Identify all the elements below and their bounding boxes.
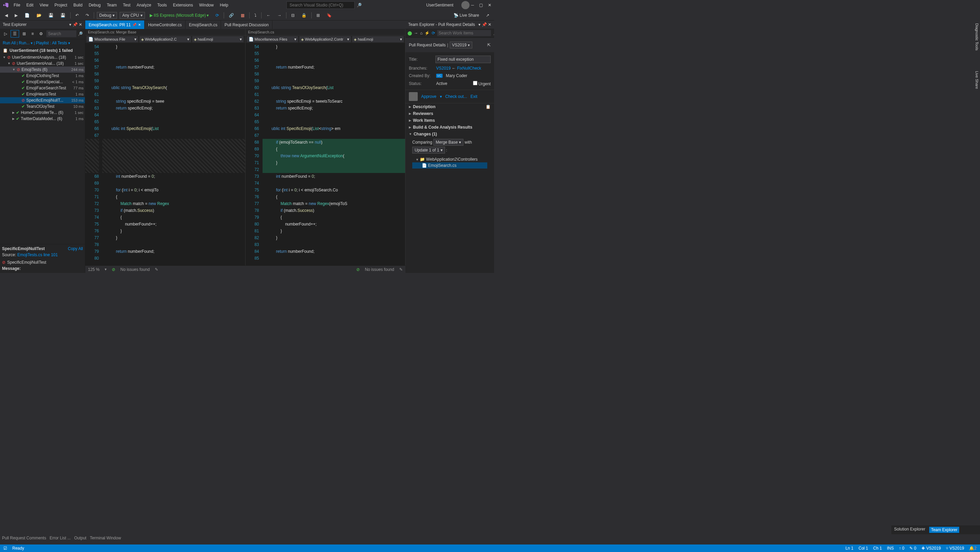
search-go-icon[interactable]: 🔎 (355, 2, 364, 9)
test-node[interactable]: ▶✔HomeControllerTe... (6)1 sec (0, 110, 85, 116)
back-icon[interactable]: ⬤ (407, 31, 412, 35)
nav-dropdown[interactable]: 📄 Miscellaneous File ▾ (87, 36, 138, 42)
search-work-items-input[interactable] (437, 30, 491, 36)
feedback-icon[interactable]: ↗ (484, 12, 492, 19)
group-icon[interactable]: ☰ (11, 30, 19, 38)
lock-icon[interactable]: 🔒 (299, 12, 309, 19)
redo-icon[interactable]: ↷ (84, 12, 91, 19)
menu-extensions[interactable]: Extensions (170, 2, 196, 9)
pr-title-input[interactable] (436, 56, 491, 63)
menu-help[interactable]: Help (217, 2, 231, 9)
windows-icon[interactable]: ⊞ (314, 12, 322, 19)
bookmark-icon[interactable]: 🔖 (325, 12, 334, 19)
avatar[interactable] (461, 1, 469, 9)
browser-link-icon[interactable]: 🔗 (227, 12, 236, 19)
menu-analyze[interactable]: Analyze (134, 2, 154, 9)
nav-dropdown[interactable]: ◈ hasEmoji ▾ (192, 36, 244, 42)
test-node[interactable]: ▼⊘UserSentimentAnalysis... (18)1 sec (0, 54, 85, 61)
menu-team[interactable]: Team (104, 2, 119, 9)
refresh-icon[interactable]: ⟳ (213, 12, 221, 19)
drawing-icon[interactable]: ✎ (155, 267, 158, 272)
test-node[interactable]: ▼⊘EmojiTests (6)244 ms (0, 67, 85, 73)
editor-tab[interactable]: HomeController.cs (145, 21, 186, 29)
nav-icon[interactable]: ← (264, 12, 272, 19)
copy-all-link[interactable]: Copy All (68, 246, 83, 251)
code-area-left[interactable]: 5455565758596061626364656667686970717273… (85, 43, 245, 265)
start-debug-button[interactable]: ▶ IIS Express (Microsoft Edge) ▾ (148, 12, 211, 19)
close-panel-icon[interactable]: ✕ (79, 22, 82, 27)
home-icon[interactable]: ⌂ (420, 31, 423, 35)
undo-icon[interactable]: ↶ (73, 12, 81, 19)
nav-icon[interactable]: → (275, 12, 283, 19)
copy-icon[interactable]: 📋 (485, 104, 491, 109)
test-node[interactable]: ▼⊘UserSentimentAnal... (18)1 sec (0, 61, 85, 67)
editor-tab[interactable]: EmojiSearch.cs: PR 11📌✕ (85, 21, 145, 29)
nav-back-icon[interactable]: ◀ (3, 12, 10, 19)
dropdown-icon[interactable]: ▾ (479, 22, 480, 27)
run-tests-icon[interactable]: ▷ (2, 30, 9, 37)
section-expander[interactable]: ▶Work Items (406, 117, 494, 124)
save-icon[interactable]: 💾 (46, 12, 56, 19)
minimize-icon[interactable]: ─ (471, 3, 474, 8)
close-icon[interactable]: ✕ (488, 3, 492, 8)
menu-edit[interactable]: Edit (24, 2, 36, 9)
merge-base-dd[interactable]: Merge Base ▾ (433, 139, 464, 146)
menu-view[interactable]: View (37, 2, 51, 9)
nav-dropdown[interactable]: 📄 Miscellaneous Files ▾ (247, 36, 298, 42)
approve-dd-icon[interactable]: ▾ (440, 94, 442, 99)
layout-icon[interactable]: ▦ (239, 12, 247, 19)
target-branch-link[interactable]: VS2019 (436, 66, 451, 71)
code-area-right[interactable]: 5455565758596061626364656667686970717273… (245, 43, 406, 265)
test-node[interactable]: ✔EmojiExtraSpecial...< 1 ms (0, 79, 85, 85)
source-link[interactable]: EmojiTests.cs line 101 (18, 252, 58, 257)
menu-file[interactable]: File (11, 2, 23, 9)
test-node[interactable]: ▶✔TwitterDataModel... (6)1 ms (0, 116, 85, 122)
menu-window[interactable]: Window (196, 2, 216, 9)
open-icon[interactable]: 📂 (35, 12, 44, 19)
file-node[interactable]: 📄 EmojiSearch.cs (412, 163, 487, 169)
config-dropdown[interactable]: Debug ▾ (97, 12, 117, 19)
run-link[interactable]: Run... (19, 41, 30, 45)
source-branch-link[interactable]: FixNullCheck (457, 66, 481, 71)
checkout-button[interactable]: Check out... (445, 94, 467, 99)
save-all-icon[interactable]: 💾 (58, 12, 67, 19)
editor-tab[interactable]: EmojiSearch.cs (186, 21, 221, 29)
test-node[interactable]: ⊘SpecificEmojiNullT...153 ms (0, 97, 85, 104)
menu-test[interactable]: Test (120, 2, 133, 9)
dropdown-icon[interactable]: ▾ (69, 22, 71, 27)
test-search-input[interactable] (46, 30, 76, 37)
pin-icon[interactable]: 📌 (482, 22, 487, 27)
exit-button[interactable]: Exit (471, 94, 477, 99)
live-share-button[interactable]: 📡 Live Share (452, 12, 481, 19)
playlist-link[interactable]: Playlist : All Tests (36, 41, 67, 45)
nav-dropdown[interactable]: ◈ WebApplication2.Contr ▾ (299, 36, 351, 42)
settings-icon[interactable]: ⚙ (37, 30, 45, 37)
refresh-icon[interactable]: ⟳ (432, 31, 435, 35)
find-icon[interactable]: ⊟ (289, 12, 297, 19)
close-panel-icon[interactable]: ✕ (488, 22, 492, 27)
section-expander[interactable]: ▶Description📋 (406, 104, 494, 110)
plug-icon[interactable]: ⚡ (425, 31, 430, 35)
menu-tools[interactable]: Tools (154, 2, 169, 9)
nav-fwd-icon[interactable]: ▶ (13, 12, 20, 19)
test-node[interactable]: ✔EmojiFaceSearchTest77 ms (0, 85, 85, 91)
pin-icon[interactable]: 📌 (73, 22, 78, 27)
menu-build[interactable]: Build (71, 2, 85, 9)
run-all-link[interactable]: Run All (3, 41, 16, 45)
maximize-icon[interactable]: ▢ (479, 3, 483, 8)
platform-dropdown[interactable]: Any CPU ▾ (120, 12, 145, 19)
list-icon[interactable]: ≡ (29, 30, 36, 37)
section-expander[interactable]: ▶Reviewers (406, 110, 494, 117)
menu-project[interactable]: Project (52, 2, 70, 9)
step-icon[interactable]: ⤵ (252, 12, 258, 19)
new-project-icon[interactable]: 📄 (22, 12, 32, 19)
search-visual-studio-input[interactable] (286, 2, 355, 9)
folder-node[interactable]: ▼ 📁 WebApplication2\Controllers (412, 156, 487, 163)
test-node[interactable]: ✔EmojiClothingTest1 ms (0, 73, 85, 79)
menu-debug[interactable]: Debug (86, 2, 103, 9)
search-icon[interactable]: 🔎 (78, 31, 83, 36)
nav-dropdown[interactable]: ◈ hasEmoji ▾ (352, 36, 404, 42)
changes-expander[interactable]: ▼Changes (1) (406, 131, 494, 137)
update-dd[interactable]: Update 1 of 1 ▾ (412, 147, 445, 153)
urgent-checkbox[interactable] (473, 81, 477, 85)
